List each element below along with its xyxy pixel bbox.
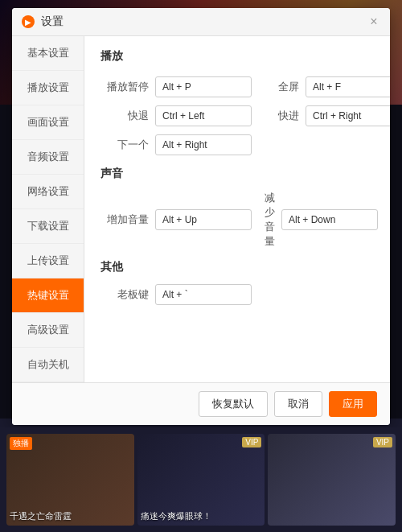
sidebar-item-hotkeys[interactable]: 热键设置: [12, 278, 84, 313]
boss-key-label: 老板键: [100, 287, 149, 302]
play-pause-label: 播放暂停: [100, 80, 149, 94]
sidebar-item-audio[interactable]: 音频设置: [12, 140, 84, 175]
fast-forward-input[interactable]: [306, 105, 390, 126]
settings-footer: 恢复默认 取消 应用: [12, 382, 390, 425]
settings-window: ▶ 设置 × 基本设置 播放设置 画面设置 音频设置: [12, 8, 390, 425]
cancel-button[interactable]: 取消: [274, 391, 322, 417]
playback-section-title: 播放: [100, 49, 374, 67]
thumbnail-1[interactable]: 独播 千遇之亡命雷霆: [6, 434, 134, 526]
next-input[interactable]: [155, 134, 252, 155]
next-label: 下一个: [100, 138, 149, 152]
thumbnail-3[interactable]: VIP: [268, 434, 396, 526]
thumbnail-strip: 独播 千遇之亡命雷霆 VIP 痛迷今爽爆眼球！ VIP: [0, 427, 402, 532]
sidebar-item-playback[interactable]: 播放设置: [12, 71, 84, 105]
play-pause-input[interactable]: [155, 76, 252, 97]
vol-up-input[interactable]: [155, 209, 252, 230]
fullscreen-label: 全屏: [271, 80, 299, 94]
sidebar-item-network[interactable]: 网络设置: [12, 175, 84, 209]
vol-down-label: 减少音量: [265, 191, 275, 249]
thumb-label-2: 痛迷今爽爆眼球！: [141, 510, 262, 522]
rewind-input[interactable]: [155, 105, 252, 126]
badge-vip-3: VIP: [373, 437, 392, 447]
badge-exclusive-1: 独播: [10, 437, 32, 450]
hotkey-row-play-fullscreen: 播放暂停 全屏: [100, 76, 374, 97]
close-button[interactable]: ×: [367, 15, 380, 28]
settings-overlay: ▶ 设置 × 基本设置 播放设置 画面设置 音频设置: [0, 0, 402, 419]
sidebar-item-upload[interactable]: 上传设置: [12, 244, 84, 278]
thumb-label-1: 千遇之亡命雷霆: [10, 510, 131, 522]
badge-vip-2: VIP: [242, 437, 261, 447]
app-logo: ▶: [22, 15, 35, 28]
sidebar-item-picture[interactable]: 画面设置: [12, 105, 84, 140]
sidebar: 基本设置 播放设置 画面设置 音频设置 网络设置 下载设置 上传: [12, 36, 84, 382]
hotkey-row-volume: 增加音量 减少音量: [100, 191, 374, 249]
vol-down-input[interactable]: [281, 209, 378, 230]
reset-button[interactable]: 恢复默认: [199, 391, 268, 417]
boss-key-input[interactable]: [155, 284, 252, 305]
other-section-title: 其他: [100, 260, 374, 274]
fullscreen-input[interactable]: [306, 76, 390, 97]
rewind-label: 快退: [100, 109, 149, 123]
window-title: 设置: [41, 14, 367, 29]
sidebar-item-autooff[interactable]: 自动关机: [12, 348, 84, 382]
title-bar: ▶ 设置 ×: [12, 8, 390, 36]
hotkey-row-boss: 老板键: [100, 284, 374, 305]
fast-forward-label: 快进: [271, 109, 299, 123]
vol-up-label: 增加音量: [100, 212, 149, 227]
sidebar-item-download[interactable]: 下载设置: [12, 209, 84, 244]
sidebar-item-basic[interactable]: 基本设置: [12, 36, 84, 71]
audio-section-title: 声音: [100, 167, 374, 181]
thumbnail-2[interactable]: VIP 痛迷今爽爆眼球！: [137, 434, 265, 526]
hotkey-row-rewind-ff: 快退 快进: [100, 105, 374, 126]
settings-content: 播放 播放暂停 全屏 快退 快进 下一个: [84, 36, 390, 382]
apply-button[interactable]: 应用: [329, 391, 377, 417]
hotkey-row-next: 下一个: [100, 134, 374, 155]
sidebar-item-advanced[interactable]: 高级设置: [12, 313, 84, 348]
settings-body: 基本设置 播放设置 画面设置 音频设置 网络设置 下载设置 上传: [12, 36, 390, 382]
